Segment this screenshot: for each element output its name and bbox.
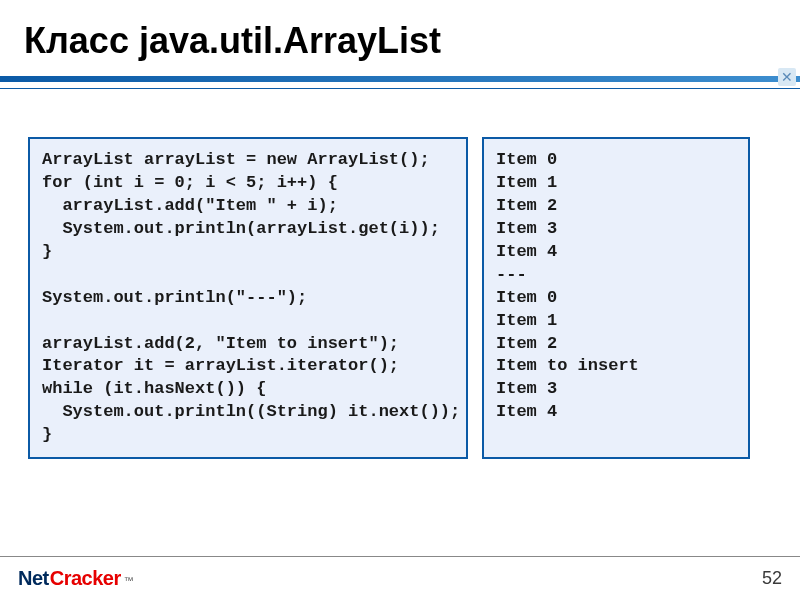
divider-bar [0,76,800,82]
page-number: 52 [762,568,782,589]
code-block-output: Item 0 Item 1 Item 2 Item 3 Item 4 --- I… [482,137,750,459]
slide-title: Класс java.util.ArrayList [0,0,800,76]
trademark-symbol: ™ [124,575,134,586]
logo-text-cracker: Cracker [50,567,121,590]
brand-logo: NetCracker ™ [18,567,134,590]
logo-text-net: Net [18,567,49,590]
slide-footer: NetCracker ™ 52 [0,556,800,600]
code-block-source: ArrayList arrayList = new ArrayList(); f… [28,137,468,459]
content-area: ArrayList arrayList = new ArrayList(); f… [0,89,800,459]
